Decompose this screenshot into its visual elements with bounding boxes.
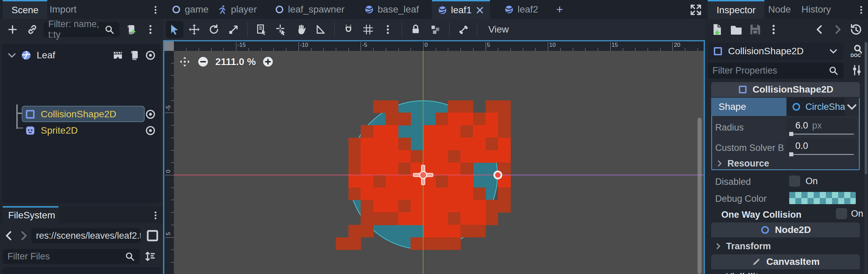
history-list-icon[interactable]: [849, 23, 863, 36]
inspector-dock-menu-icon[interactable]: [854, 2, 868, 18]
canvas-vertical-scrollbar[interactable]: [698, 118, 702, 274]
tab-inspector[interactable]: Inspector: [708, 0, 764, 19]
tab-history[interactable]: History: [793, 0, 840, 19]
property-tools-icon[interactable]: [850, 64, 863, 77]
tree-row-leaf[interactable]: Leaf: [2, 47, 161, 63]
select-tool-button[interactable]: [166, 21, 183, 38]
view-menu-button[interactable]: View: [482, 24, 515, 35]
shape-value-dropdown[interactable]: CircleSha: [786, 98, 845, 116]
inspector-scrollbar[interactable]: [865, 42, 867, 274]
category-collisionshape2d[interactable]: CollisionShape2D: [711, 82, 860, 97]
disabled-toggle[interactable]: On: [789, 176, 818, 187]
eye-icon[interactable]: [145, 109, 156, 120]
canvas-area[interactable]: 2111.0 %: [174, 51, 704, 274]
zoom-out-icon[interactable]: [197, 56, 209, 68]
history-forward-icon[interactable]: [831, 23, 844, 36]
category-label: CollisionShape2D: [753, 84, 833, 95]
load-resource-icon[interactable]: [729, 23, 743, 36]
ruler-mode-tool-button[interactable]: [312, 21, 329, 38]
radius-slider-handle[interactable]: [789, 132, 793, 136]
scene-dock-menu-icon[interactable]: [149, 2, 162, 18]
radius-slider[interactable]: [790, 134, 854, 135]
section-resource[interactable]: Resource: [715, 157, 854, 170]
tab-base_leaf[interactable]: base_leaf: [359, 0, 424, 19]
instance-scene-button[interactable]: [24, 21, 41, 38]
scale-tool-button[interactable]: [225, 21, 242, 38]
move-gizmo[interactable]: [413, 165, 433, 185]
one-way-checkbox[interactable]: [836, 208, 847, 219]
canvas-viewport[interactable]: -15-10-505101520 -505 2111.0 %: [163, 40, 705, 274]
tab-leaf2[interactable]: leaf2: [499, 0, 544, 19]
split-view-icon[interactable]: [145, 229, 160, 243]
new-resource-icon[interactable]: [710, 23, 724, 36]
shape-property-label[interactable]: Shape: [711, 98, 786, 116]
object-selector[interactable]: CollisionShape2D: [708, 43, 844, 60]
list-select-tool-button[interactable]: [253, 21, 270, 38]
nav-back-icon[interactable]: [3, 229, 16, 242]
shape-dropdown-chevron-icon[interactable]: [845, 98, 859, 116]
center-view-icon[interactable]: [179, 56, 191, 68]
scene-dock-toolbar: Filter: name, t:ty: [0, 19, 163, 40]
ruler-tick: [171, 100, 174, 101]
custom-solver-slider-handle[interactable]: [789, 152, 793, 156]
section-transform[interactable]: Transform: [714, 239, 853, 253]
scene-tree-menu-icon[interactable]: [142, 21, 159, 38]
leaf-pixel: [386, 188, 398, 200]
add-node-button[interactable]: [4, 21, 21, 38]
move-tool-button[interactable]: [185, 21, 203, 38]
snap-options-tool-button[interactable]: [379, 21, 397, 38]
category-canvasitem[interactable]: CanvasItem: [711, 254, 860, 269]
select-pivot-tool-button[interactable]: [272, 21, 290, 38]
sort-files-icon[interactable]: [143, 250, 156, 263]
leaf-pixel: [448, 225, 460, 237]
close-icon[interactable]: [475, 5, 485, 15]
skeleton-tool-button[interactable]: [454, 21, 472, 38]
attach-script-button[interactable]: [122, 21, 139, 38]
tab-filesystem[interactable]: FileSystem: [3, 206, 58, 223]
grid-snap-tool-button[interactable]: [359, 21, 377, 38]
eye-icon[interactable]: [145, 125, 156, 136]
group-tool-button[interactable]: [427, 21, 444, 38]
tab-leaf_spawner[interactable]: leaf_spawner: [269, 0, 350, 19]
category-node2d[interactable]: Node2D: [711, 222, 860, 237]
script-icon[interactable]: [128, 50, 140, 61]
leaf-pixel: [398, 188, 411, 200]
eye-icon[interactable]: [145, 50, 156, 61]
section-visibility[interactable]: Visibility: [714, 270, 853, 274]
filter-properties-input[interactable]: Filter Properties: [708, 62, 844, 79]
radius-handle[interactable]: [493, 171, 502, 179]
one-way-collision-row[interactable]: One Way Collision: [721, 208, 833, 222]
chevron-down-icon[interactable]: [6, 50, 18, 61]
radius-value-field[interactable]: 6.0 px: [786, 118, 857, 133]
history-back-icon[interactable]: [814, 23, 826, 36]
tab-leaf1[interactable]: leaf1: [432, 0, 490, 19]
save-resource-icon[interactable]: [748, 23, 762, 36]
tab-game[interactable]: game: [166, 0, 214, 19]
custom-solver-value-field[interactable]: 0.0: [786, 138, 857, 153]
distraction-free-icon[interactable]: [689, 3, 702, 16]
lock-tool-button[interactable]: [407, 21, 424, 38]
one-way-toggle[interactable]: On: [836, 208, 863, 219]
nav-forward-icon[interactable]: [17, 229, 30, 242]
disabled-checkbox[interactable]: [789, 176, 800, 187]
clapper-icon[interactable]: [112, 50, 124, 61]
pan-tool-button[interactable]: [292, 21, 310, 38]
filesystem-menu-icon[interactable]: [149, 208, 162, 223]
smart-snap-tool-button[interactable]: [340, 21, 357, 38]
tab-player[interactable]: player: [212, 0, 262, 19]
new-scene-tab-button[interactable]: [550, 0, 569, 19]
filesystem-filter-input[interactable]: Filter Files: [3, 249, 140, 264]
zoom-level[interactable]: 2111.0 %: [215, 56, 256, 67]
debug-color-swatch[interactable]: [789, 192, 856, 204]
custom-solver-slider[interactable]: [790, 154, 854, 155]
scene-filter-input[interactable]: Filter: name, t:ty: [43, 22, 120, 37]
zoom-in-icon[interactable]: [262, 56, 274, 68]
filesystem-path-input[interactable]: res://scenes/leaves/leaf2.t: [31, 228, 141, 243]
open-docs-icon[interactable]: DOC: [849, 43, 864, 59]
tab-import[interactable]: Import: [41, 0, 85, 19]
tree-row-collisionshape[interactable]: CollisionShape2D: [2, 106, 161, 122]
tree-row-sprite[interactable]: Sprite2D: [2, 123, 161, 138]
leaf-pixel: [423, 138, 436, 150]
resource-menu-icon[interactable]: [767, 23, 780, 36]
rotate-tool-button[interactable]: [205, 21, 223, 38]
